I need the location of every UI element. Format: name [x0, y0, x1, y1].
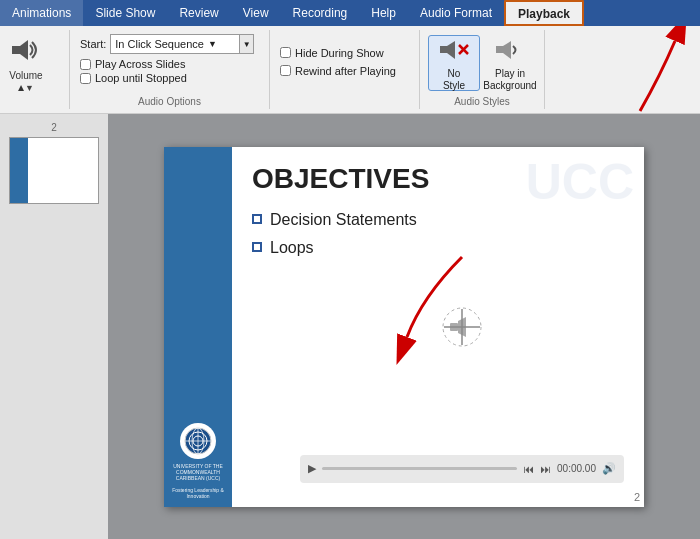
ribbon-body: Volume ▼ Start: In Click Sequence ▼ ▼ [0, 26, 700, 114]
play-in-background-label: Play inBackground [483, 68, 536, 92]
svg-marker-3 [447, 41, 455, 59]
volume-label: Volume [9, 70, 42, 81]
hide-rewind-section: Hide During Show Rewind after Playing [270, 30, 420, 109]
audio-styles-section: NoStyle Play inBackground Audio Styles [420, 30, 545, 109]
audio-icon-handle[interactable] [442, 307, 482, 350]
loop-until-stopped-row: Loop until Stopped [80, 72, 259, 84]
slide-main-content: OBJECTIVES UCC Decision Statements [232, 147, 644, 507]
audio-time-display: 00:00.00 [557, 463, 596, 474]
ribbon-tabs-bar: Animations Slide Show Review View Record… [0, 0, 700, 26]
play-in-background-button[interactable]: Play inBackground [484, 35, 536, 91]
start-dropdown-arrow-icon: ▼ [208, 39, 217, 49]
hide-during-show-checkbox[interactable] [280, 47, 291, 58]
tab-animations[interactable]: Animations [0, 0, 83, 26]
volume-section: Volume ▼ [0, 30, 70, 109]
svg-marker-1 [20, 40, 28, 60]
app-window: Animations Slide Show Review View Record… [0, 0, 700, 539]
loop-until-stopped-checkbox[interactable] [80, 73, 91, 84]
audio-skip-forward-icon[interactable]: ⏭ [540, 463, 551, 475]
volume-level: ▼ [25, 83, 34, 93]
tab-slideshow[interactable]: Slide Show [83, 0, 167, 26]
play-across-slides-row: Play Across Slides [80, 58, 259, 70]
play-across-slides-checkbox[interactable] [80, 59, 91, 70]
audio-progress-bar[interactable] [322, 467, 517, 470]
hide-during-show-row: Hide During Show [280, 47, 409, 59]
audio-control-bar[interactable]: ▶ ⏮ ⏭ 00:00.00 🔊 [300, 455, 624, 483]
slide-view-area: UNIVERSITY OF THECOMMONWEALTHCARIBBEAN (… [108, 114, 700, 539]
bullet-text-1: Decision Statements [270, 211, 417, 229]
tab-review[interactable]: Review [167, 0, 230, 26]
no-style-label: NoStyle [443, 68, 465, 92]
audio-skip-back-icon[interactable]: ⏮ [523, 463, 534, 475]
bullet-square-2 [252, 242, 262, 252]
audio-options-label: Audio Options [70, 96, 269, 107]
start-value: In Click Sequence [115, 38, 204, 50]
audio-play-icon[interactable]: ▶ [308, 462, 316, 475]
loop-until-stopped-label: Loop until Stopped [95, 72, 187, 84]
play-across-slides-label: Play Across Slides [95, 58, 185, 70]
tab-playback[interactable]: Playback [504, 0, 584, 26]
tab-recording[interactable]: Recording [281, 0, 360, 26]
volume-icon[interactable] [8, 32, 44, 68]
svg-rect-0 [12, 46, 20, 54]
rewind-after-playing-label: Rewind after Playing [295, 65, 396, 77]
rewind-after-playing-checkbox[interactable] [280, 65, 291, 76]
slide-logo: UNIVERSITY OF THECOMMONWEALTHCARIBBEAN (… [168, 423, 228, 499]
audio-styles-label: Audio Styles [420, 96, 544, 107]
rewind-after-playing-row: Rewind after Playing [280, 65, 409, 77]
slide-left-bar: UNIVERSITY OF THECOMMONWEALTHCARIBBEAN (… [164, 147, 232, 507]
slide-panel: 2 [0, 114, 108, 539]
slide: UNIVERSITY OF THECOMMONWEALTHCARIBBEAN (… [164, 147, 644, 507]
slide-page-number: 2 [634, 491, 640, 503]
slide-watermark: UCC [526, 157, 634, 207]
volume-up-btn[interactable] [18, 85, 24, 91]
svg-rect-6 [496, 46, 503, 53]
start-dropdown[interactable]: In Click Sequence ▼ [110, 34, 240, 54]
logo-circle [180, 423, 216, 459]
bullet-item-2: Loops [252, 239, 624, 257]
tab-view[interactable]: View [231, 0, 281, 26]
svg-rect-2 [440, 46, 447, 53]
bullet-list: Decision Statements Loops [252, 211, 624, 257]
bullet-text-2: Loops [270, 239, 314, 257]
logo-text: UNIVERSITY OF THECOMMONWEALTHCARIBBEAN (… [168, 463, 228, 499]
hide-during-show-label: Hide During Show [295, 47, 384, 59]
start-row: Start: In Click Sequence ▼ ▼ [80, 34, 259, 54]
main-area: 2 [0, 114, 700, 539]
audio-volume-icon[interactable]: 🔊 [602, 462, 616, 475]
slide-thumb-number: 2 [51, 122, 57, 133]
start-label: Start: [80, 38, 106, 50]
tab-help[interactable]: Help [359, 0, 408, 26]
start-split-button[interactable]: ▼ [240, 34, 254, 54]
no-style-button[interactable]: NoStyle [428, 35, 480, 91]
svg-marker-7 [503, 41, 511, 59]
slide-thumbnail[interactable] [9, 137, 99, 204]
audio-options-section: Start: In Click Sequence ▼ ▼ Play Across… [70, 30, 270, 109]
tab-audio-format[interactable]: Audio Format [408, 0, 504, 26]
bullet-item-1: Decision Statements [252, 211, 624, 229]
bullet-square-1 [252, 214, 262, 224]
